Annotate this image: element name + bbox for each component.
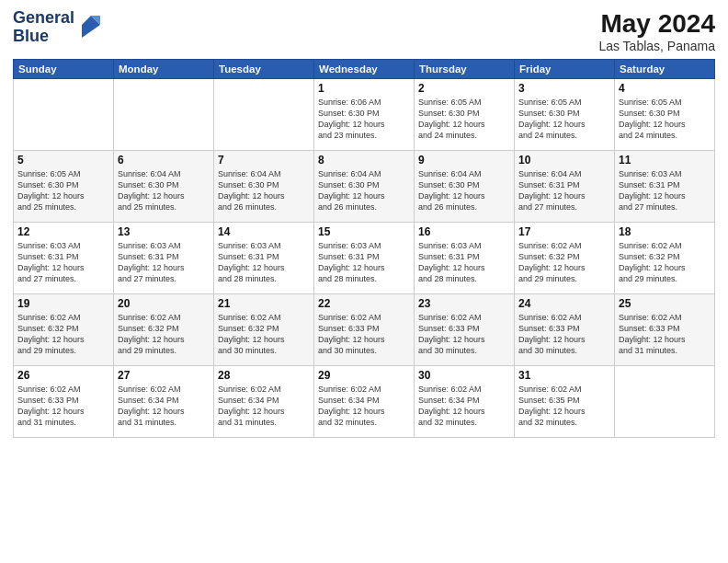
cell-day-number: 7	[218, 154, 310, 167]
week-row-1: 1Sunrise: 6:06 AM Sunset: 6:30 PM Daylig…	[14, 79, 715, 151]
calendar-cell: 12Sunrise: 6:03 AM Sunset: 6:31 PM Dayli…	[14, 223, 114, 294]
cell-day-number: 23	[418, 297, 510, 310]
calendar-cell: 17Sunrise: 6:02 AM Sunset: 6:32 PM Dayli…	[515, 223, 615, 294]
cell-day-number: 5	[17, 154, 109, 167]
title-block: May 2024 Las Tablas, Panama	[598, 9, 715, 53]
cell-day-number: 15	[318, 225, 410, 238]
calendar-cell: 4Sunrise: 6:05 AM Sunset: 6:30 PM Daylig…	[615, 79, 715, 151]
week-row-4: 19Sunrise: 6:02 AM Sunset: 6:32 PM Dayli…	[14, 294, 715, 366]
calendar-table: SundayMondayTuesdayWednesdayThursdayFrid…	[13, 59, 715, 438]
calendar-cell: 1Sunrise: 6:06 AM Sunset: 6:30 PM Daylig…	[314, 79, 415, 151]
cell-day-number: 10	[518, 154, 610, 167]
weekday-header-tuesday: Tuesday	[214, 60, 314, 79]
calendar-cell: 28Sunrise: 6:02 AM Sunset: 6:34 PM Dayli…	[214, 366, 314, 438]
weekday-header-wednesday: Wednesday	[314, 60, 415, 79]
cell-info-text: Sunrise: 6:02 AM Sunset: 6:32 PM Dayligh…	[218, 312, 310, 357]
calendar-cell: 25Sunrise: 6:02 AM Sunset: 6:33 PM Dayli…	[615, 294, 715, 366]
calendar-cell: 29Sunrise: 6:02 AM Sunset: 6:34 PM Dayli…	[314, 366, 415, 438]
calendar-cell: 18Sunrise: 6:02 AM Sunset: 6:32 PM Dayli…	[615, 223, 715, 294]
calendar-cell: 21Sunrise: 6:02 AM Sunset: 6:32 PM Dayli…	[214, 294, 314, 366]
cell-day-number: 25	[619, 297, 711, 310]
cell-info-text: Sunrise: 6:02 AM Sunset: 6:33 PM Dayligh…	[619, 312, 711, 357]
weekday-header-row: SundayMondayTuesdayWednesdayThursdayFrid…	[14, 60, 715, 79]
cell-info-text: Sunrise: 6:04 AM Sunset: 6:30 PM Dayligh…	[218, 168, 310, 213]
cell-info-text: Sunrise: 6:04 AM Sunset: 6:30 PM Dayligh…	[418, 168, 510, 213]
cell-info-text: Sunrise: 6:03 AM Sunset: 6:31 PM Dayligh…	[17, 240, 109, 285]
logo-icon	[78, 12, 104, 40]
cell-day-number: 13	[118, 225, 210, 238]
cell-day-number: 17	[518, 225, 610, 238]
header: GeneralBlue May 2024 Las Tablas, Panama	[13, 9, 715, 53]
weekday-header-sunday: Sunday	[14, 60, 114, 79]
cell-info-text: Sunrise: 6:02 AM Sunset: 6:33 PM Dayligh…	[17, 384, 109, 429]
calendar-cell	[14, 79, 114, 151]
cell-day-number: 6	[118, 154, 210, 167]
cell-info-text: Sunrise: 6:02 AM Sunset: 6:32 PM Dayligh…	[518, 240, 610, 285]
weekday-header-friday: Friday	[515, 60, 615, 79]
week-row-2: 5Sunrise: 6:05 AM Sunset: 6:30 PM Daylig…	[14, 151, 715, 223]
cell-day-number: 22	[318, 297, 410, 310]
cell-day-number: 2	[418, 82, 510, 95]
calendar-cell: 9Sunrise: 6:04 AM Sunset: 6:30 PM Daylig…	[415, 151, 515, 223]
cell-info-text: Sunrise: 6:03 AM Sunset: 6:31 PM Dayligh…	[118, 240, 210, 285]
week-row-3: 12Sunrise: 6:03 AM Sunset: 6:31 PM Dayli…	[14, 223, 715, 294]
cell-day-number: 30	[418, 369, 510, 382]
cell-info-text: Sunrise: 6:05 AM Sunset: 6:30 PM Dayligh…	[619, 97, 711, 142]
calendar-cell: 19Sunrise: 6:02 AM Sunset: 6:32 PM Dayli…	[14, 294, 114, 366]
calendar-cell: 23Sunrise: 6:02 AM Sunset: 6:33 PM Dayli…	[415, 294, 515, 366]
cell-info-text: Sunrise: 6:02 AM Sunset: 6:34 PM Dayligh…	[318, 384, 410, 429]
calendar-cell: 3Sunrise: 6:05 AM Sunset: 6:30 PM Daylig…	[515, 79, 615, 151]
calendar-cell: 11Sunrise: 6:03 AM Sunset: 6:31 PM Dayli…	[615, 151, 715, 223]
calendar-cell: 16Sunrise: 6:03 AM Sunset: 6:31 PM Dayli…	[415, 223, 515, 294]
cell-info-text: Sunrise: 6:02 AM Sunset: 6:34 PM Dayligh…	[118, 384, 210, 429]
cell-info-text: Sunrise: 6:02 AM Sunset: 6:34 PM Dayligh…	[418, 384, 510, 429]
week-row-5: 26Sunrise: 6:02 AM Sunset: 6:33 PM Dayli…	[14, 366, 715, 438]
calendar-cell: 7Sunrise: 6:04 AM Sunset: 6:30 PM Daylig…	[214, 151, 314, 223]
calendar-cell	[114, 79, 214, 151]
calendar-cell: 22Sunrise: 6:02 AM Sunset: 6:33 PM Dayli…	[314, 294, 415, 366]
cell-info-text: Sunrise: 6:02 AM Sunset: 6:32 PM Dayligh…	[619, 240, 711, 285]
cell-day-number: 1	[318, 82, 410, 95]
calendar-cell	[615, 366, 715, 438]
cell-info-text: Sunrise: 6:02 AM Sunset: 6:33 PM Dayligh…	[518, 312, 610, 357]
cell-day-number: 24	[518, 297, 610, 310]
cell-info-text: Sunrise: 6:03 AM Sunset: 6:31 PM Dayligh…	[318, 240, 410, 285]
cell-info-text: Sunrise: 6:03 AM Sunset: 6:31 PM Dayligh…	[619, 168, 711, 213]
cell-info-text: Sunrise: 6:06 AM Sunset: 6:30 PM Dayligh…	[318, 97, 410, 142]
weekday-header-monday: Monday	[114, 60, 214, 79]
calendar-cell: 10Sunrise: 6:04 AM Sunset: 6:31 PM Dayli…	[515, 151, 615, 223]
calendar-cell: 8Sunrise: 6:04 AM Sunset: 6:30 PM Daylig…	[314, 151, 415, 223]
cell-info-text: Sunrise: 6:03 AM Sunset: 6:31 PM Dayligh…	[418, 240, 510, 285]
cell-info-text: Sunrise: 6:05 AM Sunset: 6:30 PM Dayligh…	[518, 97, 610, 142]
cell-info-text: Sunrise: 6:02 AM Sunset: 6:34 PM Dayligh…	[218, 384, 310, 429]
cell-day-number: 27	[118, 369, 210, 382]
cell-day-number: 31	[518, 369, 610, 382]
cell-info-text: Sunrise: 6:02 AM Sunset: 6:33 PM Dayligh…	[418, 312, 510, 357]
calendar-cell: 26Sunrise: 6:02 AM Sunset: 6:33 PM Dayli…	[14, 366, 114, 438]
cell-info-text: Sunrise: 6:04 AM Sunset: 6:30 PM Dayligh…	[118, 168, 210, 213]
calendar-cell: 24Sunrise: 6:02 AM Sunset: 6:33 PM Dayli…	[515, 294, 615, 366]
logo-text: GeneralBlue	[13, 9, 104, 46]
cell-info-text: Sunrise: 6:02 AM Sunset: 6:33 PM Dayligh…	[318, 312, 410, 357]
cell-day-number: 19	[17, 297, 109, 310]
calendar-cell: 30Sunrise: 6:02 AM Sunset: 6:34 PM Dayli…	[415, 366, 515, 438]
page: GeneralBlue May 2024 Las Tablas, Panama …	[0, 0, 728, 563]
cell-day-number: 26	[17, 369, 109, 382]
cell-day-number: 28	[218, 369, 310, 382]
cell-day-number: 21	[218, 297, 310, 310]
cell-info-text: Sunrise: 6:05 AM Sunset: 6:30 PM Dayligh…	[17, 168, 109, 213]
main-title: May 2024	[598, 9, 715, 39]
cell-day-number: 8	[318, 154, 410, 167]
cell-day-number: 18	[619, 225, 711, 238]
calendar-cell: 15Sunrise: 6:03 AM Sunset: 6:31 PM Dayli…	[314, 223, 415, 294]
weekday-header-saturday: Saturday	[615, 60, 715, 79]
weekday-header-thursday: Thursday	[415, 60, 515, 79]
cell-day-number: 4	[619, 82, 711, 95]
cell-info-text: Sunrise: 6:05 AM Sunset: 6:30 PM Dayligh…	[418, 97, 510, 142]
cell-day-number: 9	[418, 154, 510, 167]
cell-info-text: Sunrise: 6:02 AM Sunset: 6:32 PM Dayligh…	[118, 312, 210, 357]
logo: GeneralBlue	[13, 9, 104, 46]
cell-day-number: 16	[418, 225, 510, 238]
calendar-cell	[214, 79, 314, 151]
calendar-cell: 5Sunrise: 6:05 AM Sunset: 6:30 PM Daylig…	[14, 151, 114, 223]
